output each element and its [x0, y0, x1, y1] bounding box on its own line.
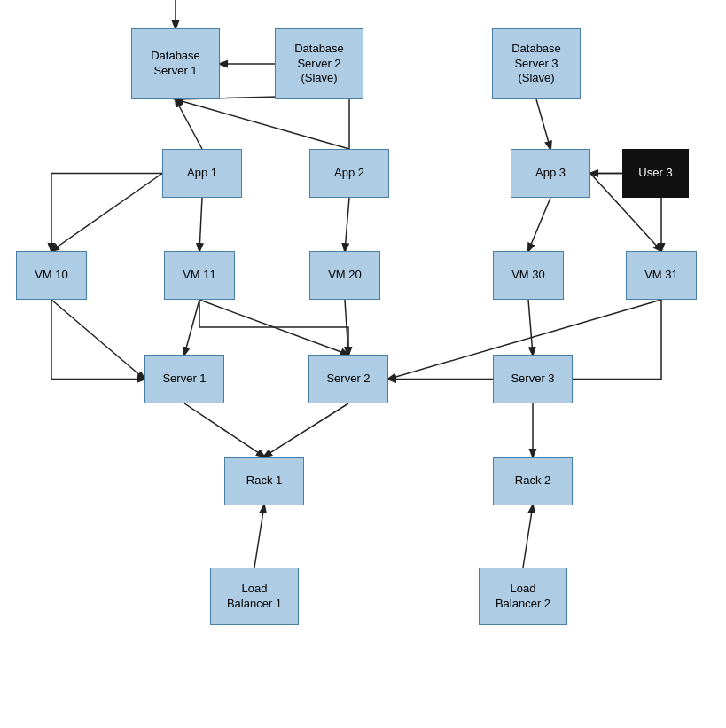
node-db3: Database Server 3 (Slave) — [492, 28, 581, 99]
node-srv3: Server 3 — [493, 355, 573, 403]
node-db2: Database Server 2 (Slave) — [275, 28, 363, 99]
svg-line-13 — [199, 300, 348, 355]
svg-line-17 — [184, 403, 264, 457]
svg-line-15 — [528, 300, 533, 355]
diagram-container: Database Server 1Database Server 2 (Slav… — [0, 0, 726, 728]
node-user3: User 3 — [622, 149, 689, 198]
node-rack1: Rack 1 — [224, 457, 304, 505]
svg-line-2 — [176, 99, 202, 149]
svg-line-21 — [523, 505, 533, 568]
svg-line-3 — [176, 99, 349, 149]
node-srv1: Server 1 — [144, 355, 224, 403]
svg-line-20 — [254, 505, 264, 568]
node-lb1: Load Balancer 1 — [210, 568, 299, 625]
node-lb2: Load Balancer 2 — [479, 568, 567, 625]
node-db1: Database Server 1 — [131, 28, 220, 99]
node-app2: App 2 — [309, 149, 389, 198]
svg-line-4 — [536, 99, 550, 149]
svg-line-8 — [345, 198, 349, 251]
svg-line-14 — [345, 300, 348, 355]
node-vm10: VM 10 — [16, 251, 87, 300]
node-rack2: Rack 2 — [493, 457, 573, 505]
node-app1: App 1 — [162, 149, 242, 198]
svg-line-11 — [51, 300, 144, 380]
svg-line-18 — [264, 403, 348, 457]
svg-line-6 — [51, 174, 162, 252]
svg-line-12 — [184, 300, 199, 355]
svg-line-7 — [199, 198, 202, 251]
svg-line-9 — [528, 198, 550, 251]
node-app3: App 3 — [511, 149, 590, 198]
node-vm31: VM 31 — [626, 251, 697, 300]
node-vm11: VM 11 — [164, 251, 235, 300]
node-vm20: VM 20 — [309, 251, 380, 300]
node-srv2: Server 2 — [308, 355, 388, 403]
node-vm30: VM 30 — [493, 251, 564, 300]
